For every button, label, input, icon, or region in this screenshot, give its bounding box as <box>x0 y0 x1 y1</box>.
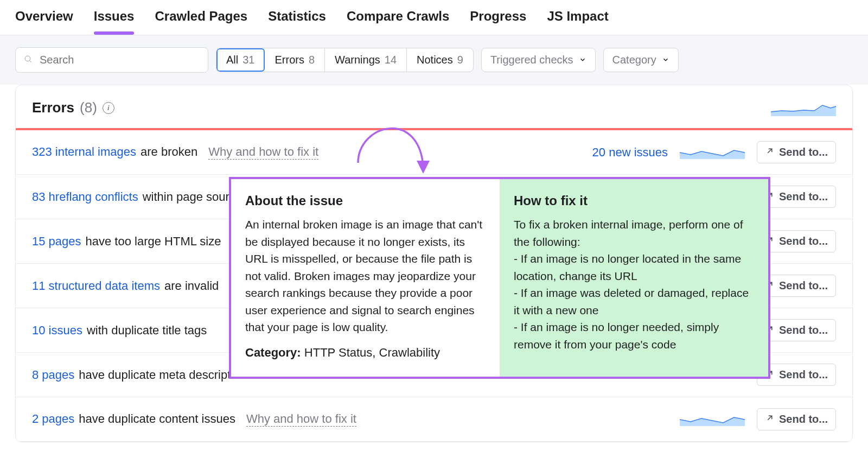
send-to-button[interactable]: Send to... <box>757 408 836 430</box>
tab-statistics[interactable]: Statistics <box>268 9 326 26</box>
search-input[interactable] <box>39 53 200 67</box>
tab-progress[interactable]: Progress <box>470 9 526 26</box>
svg-point-0 <box>25 56 30 61</box>
send-icon <box>765 146 775 158</box>
panel-title-count: (8) <box>80 99 97 116</box>
fix-title: How to fix it <box>514 191 754 211</box>
svg-line-1 <box>29 60 31 62</box>
top-tabs: OverviewIssuesCrawled PagesStatisticsCom… <box>0 0 868 35</box>
issue-link[interactable]: 83 hreflang conflicts <box>32 190 138 204</box>
about-body: An internal broken image is an image tha… <box>245 216 486 336</box>
svg-marker-2 <box>417 161 430 174</box>
why-popover: About the issue An internal broken image… <box>229 177 770 379</box>
dropdown-category[interactable]: Category <box>603 48 679 72</box>
send-to-button[interactable]: Send to... <box>757 141 836 163</box>
issue-text: with duplicate title tags <box>87 323 207 338</box>
issue-link[interactable]: 2 pages <box>32 412 74 426</box>
search-icon <box>23 54 33 66</box>
why-link[interactable]: Why and how to fix it <box>208 145 318 160</box>
issue-link[interactable]: 8 pages <box>32 368 74 382</box>
send-icon <box>765 413 775 425</box>
arrow-annotation <box>353 109 439 187</box>
tab-issues[interactable]: Issues <box>94 9 135 26</box>
new-issues-link[interactable]: 20 new issues <box>592 145 668 160</box>
filter-warnings[interactable]: Warnings14 <box>325 48 407 72</box>
filter-notices[interactable]: Notices9 <box>407 48 473 72</box>
issue-text: are broken <box>141 145 197 159</box>
sparkline <box>680 143 745 162</box>
sparkline <box>680 410 745 429</box>
about-category: Category: HTTP Status, Crawlability <box>245 344 486 361</box>
info-icon[interactable]: i <box>103 102 114 114</box>
filter-all[interactable]: All31 <box>216 48 265 72</box>
issue-link[interactable]: 10 issues <box>32 323 82 338</box>
issue-row: 2 pages have duplicate content issuesWhy… <box>16 397 852 442</box>
about-title: About the issue <box>245 191 486 211</box>
filter-errors[interactable]: Errors8 <box>265 48 325 72</box>
tab-crawled-pages[interactable]: Crawled Pages <box>155 9 247 26</box>
issue-link[interactable]: 323 internal images <box>32 145 136 159</box>
popover-about: About the issue An internal broken image… <box>231 179 500 377</box>
chevron-down-icon <box>579 54 586 66</box>
issue-link[interactable]: 11 structured data items <box>32 279 160 293</box>
popover-fix: How to fix it To fix a broken internal i… <box>500 179 768 377</box>
issue-text: are invalid <box>164 279 219 293</box>
search-container[interactable] <box>15 47 208 73</box>
tab-js-impact[interactable]: JS Impact <box>547 9 608 26</box>
issue-text: have too large HTML size <box>86 234 221 249</box>
dropdown-triggered-checks[interactable]: Triggered checks <box>481 48 596 72</box>
sparkline-header <box>771 100 836 116</box>
filter-segments: All31Errors8Warnings14Notices9 <box>216 48 474 72</box>
tab-overview[interactable]: Overview <box>15 9 73 26</box>
panel-title-text: Errors <box>32 99 74 116</box>
toolbar: All31Errors8Warnings14Notices9 Triggered… <box>0 35 868 85</box>
issue-link[interactable]: 15 pages <box>32 234 81 249</box>
tab-compare-crawls[interactable]: Compare Crawls <box>347 9 449 26</box>
fix-body: To fix a broken internal image, perform … <box>514 216 754 353</box>
issue-text: have duplicate meta descriptions <box>79 368 252 382</box>
chevron-down-icon <box>662 54 669 66</box>
why-link[interactable]: Why and how to fix it <box>246 412 356 427</box>
issue-text: have duplicate content issues <box>79 412 235 426</box>
